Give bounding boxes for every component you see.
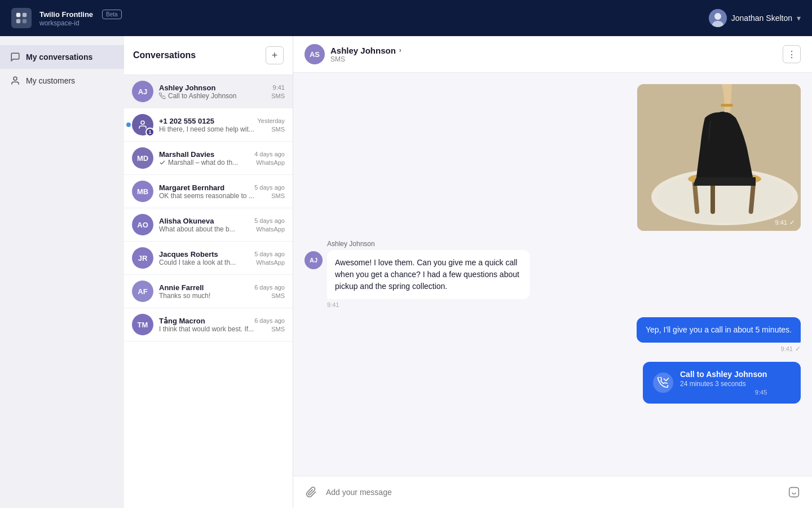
svg-rect-3 [23, 19, 27, 23]
list-item[interactable]: MD Marshall Davies 4 days ago Marshall –… [124, 142, 293, 175]
channel-label: SMS [271, 292, 285, 299]
sent-message: Yep, I'll give you a call in about 5 min… [637, 317, 801, 353]
conversation-info: Annie Farrell 6 days ago Thanks so much!… [159, 283, 285, 300]
sidebar-item-conversations[interactable]: My conversations [0, 45, 124, 69]
sender-avatar: AJ [304, 251, 323, 269]
contact-name: Marshall Davies [159, 150, 214, 159]
received-message: AJ Ashley Johnson Awesome! I love them. … [304, 240, 652, 308]
chat-header: AS Ashley Johnson › SMS ⋮ [293, 36, 812, 73]
message-time: 5 days ago [254, 251, 285, 257]
product-image [637, 84, 801, 231]
list-item[interactable]: JR Jacques Roberts 5 days ago Could I ta… [124, 242, 293, 275]
message-text: Awesome! I love them. Can you give me a … [335, 258, 519, 291]
sidebar: My conversations My customers [0, 36, 124, 508]
channel-label: WhatsApp [256, 226, 285, 233]
conversation-info: Margaret Bernhard 5 days ago OK that see… [159, 183, 285, 200]
svg-rect-17 [789, 488, 799, 497]
chat-header-info: Ashley Johnson › SMS [330, 46, 401, 63]
conversation-info: Alisha Okuneva 5 days ago What about abo… [159, 217, 285, 233]
chat-contact-avatar: AS [304, 44, 325, 64]
channel-label: WhatsApp [256, 159, 285, 166]
conversation-info: Marshall Davies 4 days ago Marshall – wh… [159, 150, 285, 167]
avatar: TM [132, 314, 153, 335]
call-duration: 24 minutes 3 seconds [680, 380, 767, 388]
delivered-checkmark: ✓ [795, 345, 801, 353]
list-item[interactable]: AO Alisha Okuneva 5 days ago What about … [124, 208, 293, 242]
add-conversation-button[interactable]: + [266, 46, 284, 64]
sidebar-item-customers[interactable]: My customers [0, 69, 124, 93]
chat-more-button[interactable]: ⋮ [783, 45, 801, 63]
call-time: 9:45 [680, 389, 767, 396]
message-time: Yesterday [257, 117, 285, 124]
avatar: 1 [132, 114, 153, 135]
chat-header-left: AS Ashley Johnson › SMS [304, 44, 401, 64]
conversation-list: AJ Ashley Johnson 9:41 Call to Ashley Jo… [124, 75, 293, 508]
avatar: AO [132, 214, 153, 235]
unread-dot [126, 122, 131, 127]
message-timestamp: 9:41 ✓ [637, 345, 801, 353]
conversation-info: Jacques Roberts 5 days ago Could I take … [159, 250, 285, 266]
sidebar-conversations-label: My conversations [26, 52, 92, 62]
avatar: AJ [132, 81, 153, 102]
main-layout: My conversations My customers Conversati… [0, 36, 812, 508]
list-item[interactable]: 1 +1 202 555 0125 Yesterday Hi there, I … [124, 108, 293, 142]
svg-rect-0 [16, 13, 20, 17]
preview-text: I think that would work best. If... [159, 325, 254, 333]
message-bubble: Yep, I'll give you a call in about 5 min… [637, 317, 801, 343]
channel-label: SMS [271, 126, 285, 133]
svg-point-5 [714, 13, 721, 20]
check-icon [159, 159, 166, 166]
user-avatar [709, 9, 727, 27]
preview-text: OK that seems reasonable to ... [159, 192, 254, 200]
sender-name: Ashley Johnson [327, 240, 530, 248]
topbar: Twilio Frontline Beta workspace-id Jonat… [0, 0, 812, 36]
chat-area: AS Ashley Johnson › SMS ⋮ [293, 36, 812, 508]
contact-name: Alisha Okuneva [159, 217, 214, 225]
list-item[interactable]: AJ Ashley Johnson 9:41 Call to Ashley Jo… [124, 75, 293, 108]
call-title: Call to Ashley Johnson [680, 370, 767, 379]
channel-label: SMS [271, 93, 285, 99]
list-item[interactable]: TM Tảng Macron 6 days ago I think that w… [124, 308, 293, 341]
conversations-panel: Conversations + AJ Ashley Johnson 9:41 C… [124, 36, 293, 508]
sidebar-customers-label: My customers [26, 76, 75, 85]
boot-image-content [637, 84, 801, 231]
contact-name: +1 202 555 0125 [159, 117, 214, 125]
message-time: 5 days ago [254, 184, 285, 191]
user-name: Jonathan Skelton [731, 14, 792, 23]
svg-rect-1 [23, 13, 27, 17]
svg-rect-16 [721, 104, 733, 107]
conversation-info: Ashley Johnson 9:41 Call to Ashley Johns… [159, 84, 285, 100]
avatar: MB [132, 181, 153, 202]
list-item[interactable]: MB Margaret Bernhard 5 days ago OK that … [124, 175, 293, 208]
emoji-button[interactable] [785, 483, 803, 501]
user-menu[interactable]: Jonathan Skelton ▾ [709, 9, 801, 27]
list-item[interactable]: AF Annie Farrell 6 days ago Thanks so mu… [124, 275, 293, 308]
chat-contact-name[interactable]: Ashley Johnson › [330, 46, 401, 55]
channel-label: WhatsApp [256, 259, 285, 266]
user-menu-chevron: ▾ [797, 14, 801, 23]
message-time: 5 days ago [254, 217, 285, 224]
preview-text: Could I take a look at th... [159, 259, 236, 266]
avatar: JR [132, 247, 153, 269]
preview-text: Thanks so much! [159, 292, 210, 300]
chat-icon [10, 52, 20, 62]
chat-input-area [293, 476, 812, 508]
avatar: AF [132, 281, 153, 302]
messages-area: 9:41 ✓ AJ Ashley Johnson Awesome! I love… [293, 73, 812, 476]
message-content: Ashley Johnson Awesome! I love them. Can… [327, 240, 530, 308]
conversation-info: +1 202 555 0125 Yesterday Hi there, I ne… [159, 117, 285, 133]
svg-rect-2 [16, 19, 20, 23]
read-checkmark: ✓ [789, 218, 795, 226]
message-input[interactable] [326, 483, 779, 501]
person-icon [10, 76, 20, 86]
contact-chevron-icon: › [399, 46, 401, 54]
message-time: 9:41 [273, 84, 285, 91]
message-time: 4 days ago [254, 151, 285, 157]
contact-name: Margaret Bernhard [159, 183, 224, 192]
contact-name: Tảng Macron [159, 317, 205, 325]
attach-button[interactable] [302, 483, 320, 501]
channel-label: SMS [271, 192, 285, 199]
conversations-title: Conversations [133, 50, 196, 60]
brand-name: Twilio Frontline [39, 10, 93, 19]
message-bubble: Awesome! I love them. Can you give me a … [327, 250, 530, 299]
